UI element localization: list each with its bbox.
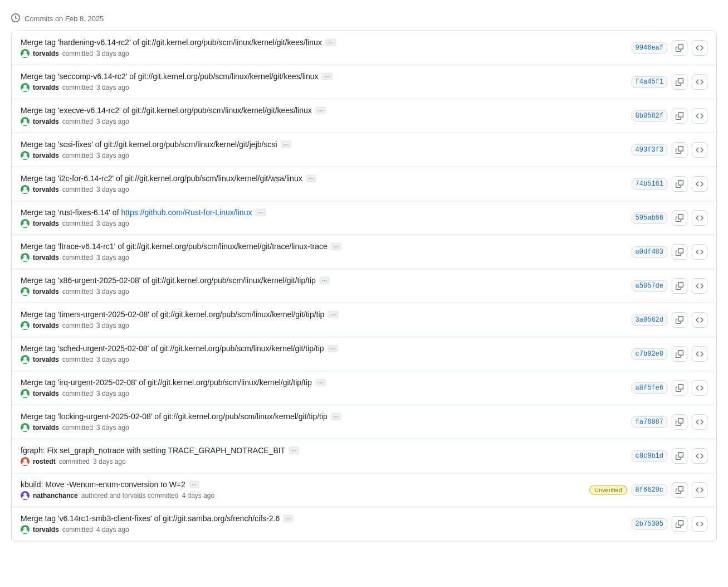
copy-sha-button[interactable] bbox=[672, 142, 687, 158]
commit-title-link[interactable]: kbuild: Move -Wenum-enum-conversion to W… bbox=[21, 480, 185, 489]
commit-author-link[interactable]: torvalds bbox=[33, 526, 59, 533]
commit-sha-link[interactable]: 9946eaf bbox=[632, 42, 667, 54]
commit-title-row: kbuild: Move -Wenum-enum-conversion to W… bbox=[21, 480, 580, 489]
copy-sha-button[interactable] bbox=[672, 210, 687, 226]
commit-title: Merge tag 'sched-urgent-2025-02-08' of g… bbox=[21, 344, 324, 353]
browse-files-button[interactable] bbox=[692, 380, 707, 396]
commit-title-link[interactable]: Merge tag 'irq-urgent-2025-02-08' of git… bbox=[21, 378, 312, 387]
commit-sha-link[interactable]: c7b92e8 bbox=[632, 348, 667, 360]
commit-sha-link[interactable]: 595ab66 bbox=[632, 212, 667, 224]
copy-sha-button[interactable] bbox=[672, 414, 687, 430]
commit-time: 3 days ago bbox=[96, 424, 129, 431]
commit-message-expand-button[interactable]: ··· bbox=[315, 106, 326, 114]
commit-sha-link[interactable]: a8f5fe6 bbox=[632, 382, 667, 394]
commit-sha-link[interactable]: 493f3f3 bbox=[632, 144, 667, 156]
commit-title-link[interactable]: Merge tag 'timers-urgent-2025-02-08' of … bbox=[21, 310, 324, 319]
copy-sha-button[interactable] bbox=[672, 40, 687, 56]
commit-author-link[interactable]: torvalds bbox=[33, 390, 59, 397]
commit-message-expand-button[interactable]: ··· bbox=[289, 447, 299, 454]
commit-meta-text: committed bbox=[59, 458, 90, 465]
commit-right: c7b92e8 bbox=[632, 346, 707, 362]
copy-sha-button[interactable] bbox=[672, 312, 687, 328]
commit-message-expand-button[interactable]: ··· bbox=[306, 174, 316, 182]
commit-sha-link[interactable]: a5057de bbox=[632, 280, 667, 292]
commit-message-expand-button[interactable]: ··· bbox=[325, 38, 336, 46]
commit-author-link[interactable]: torvalds bbox=[33, 220, 59, 227]
commit-title-link[interactable]: fgraph: Fix set_graph_notrace with setti… bbox=[21, 446, 285, 455]
browse-files-button[interactable] bbox=[692, 278, 707, 294]
commit-sha-link[interactable]: 8f6629c bbox=[632, 484, 667, 496]
commit-title-link[interactable]: Merge tag 'seccomp-v6.14-rc2' of git://g… bbox=[21, 72, 318, 81]
commit-author-link[interactable]: torvalds bbox=[33, 118, 59, 125]
browse-files-button[interactable] bbox=[692, 346, 707, 362]
copy-sha-button[interactable] bbox=[672, 244, 687, 260]
commit-message-expand-button[interactable]: ··· bbox=[189, 481, 199, 488]
commit-message-expand-button[interactable]: ··· bbox=[319, 276, 330, 284]
commit-avatar bbox=[21, 423, 30, 432]
commit-title-link[interactable]: Merge tag 'v6.14rc1-smb3-client-fixes' o… bbox=[21, 514, 280, 523]
commit-message-expand-button[interactable]: ··· bbox=[331, 413, 341, 420]
copy-sha-button[interactable] bbox=[672, 448, 687, 464]
commit-sha-link[interactable]: c8c9b1d bbox=[632, 450, 667, 462]
commit-sha-link[interactable]: f4a45f1 bbox=[632, 76, 667, 88]
commit-author-link[interactable]: torvalds bbox=[33, 288, 59, 295]
commit-author-link[interactable]: torvalds bbox=[33, 50, 59, 57]
commit-item: kbuild: Move -Wenum-enum-conversion to W… bbox=[12, 473, 716, 507]
browse-files-button[interactable] bbox=[692, 516, 707, 532]
commit-message-expand-button[interactable]: ··· bbox=[328, 311, 338, 318]
browse-files-button[interactable] bbox=[692, 142, 707, 158]
commit-author-link[interactable]: torvalds bbox=[33, 322, 59, 329]
browse-files-button[interactable] bbox=[692, 108, 707, 124]
commit-author-link[interactable]: torvalds bbox=[33, 356, 59, 363]
commit-author-link[interactable]: torvalds bbox=[33, 84, 59, 91]
copy-sha-button[interactable] bbox=[672, 176, 687, 192]
commit-title-link[interactable]: Merge tag 'hardening-v6.14-rc2' of git:/… bbox=[21, 38, 322, 47]
commit-message-expand-button[interactable]: ··· bbox=[328, 345, 338, 352]
copy-sha-button[interactable] bbox=[672, 516, 687, 532]
unverified-badge[interactable]: Unverified bbox=[589, 486, 627, 494]
commit-message-expand-button[interactable]: ··· bbox=[281, 140, 291, 148]
commit-title-link[interactable]: https://github.com/Rust-for-Linux/linux bbox=[121, 208, 252, 217]
browse-files-button[interactable] bbox=[692, 176, 707, 192]
browse-files-button[interactable] bbox=[692, 414, 707, 430]
commit-title-link[interactable]: Merge tag 'x86-urgent-2025-02-08' of git… bbox=[21, 276, 316, 285]
commit-sha-link[interactable]: fa76887 bbox=[632, 416, 667, 428]
commit-message-expand-button[interactable]: ··· bbox=[315, 379, 326, 386]
commit-message-expand-button[interactable]: ··· bbox=[331, 242, 341, 250]
commit-sha-link[interactable]: 74b5161 bbox=[632, 178, 667, 190]
copy-sha-button[interactable] bbox=[672, 482, 687, 498]
commit-author-link[interactable]: torvalds bbox=[33, 424, 59, 431]
browse-files-button[interactable] bbox=[692, 210, 707, 226]
commit-sha-link[interactable]: 3a0562d bbox=[632, 314, 667, 326]
copy-sha-button[interactable] bbox=[672, 108, 687, 124]
commit-title-link[interactable]: Merge tag 'sched-urgent-2025-02-08' of g… bbox=[21, 344, 324, 353]
commit-sha-link[interactable]: 2b75305 bbox=[632, 518, 667, 530]
copy-sha-button[interactable] bbox=[672, 74, 687, 90]
commit-author-link[interactable]: torvalds bbox=[33, 254, 59, 261]
commit-author-link[interactable]: torvalds bbox=[33, 152, 59, 159]
browse-files-button[interactable] bbox=[692, 482, 707, 498]
browse-files-button[interactable] bbox=[692, 40, 707, 56]
commit-message-expand-button[interactable]: ··· bbox=[283, 515, 294, 522]
commit-author-link[interactable]: nathanchance bbox=[33, 492, 78, 499]
browse-files-button[interactable] bbox=[692, 312, 707, 328]
commit-message-expand-button[interactable]: ··· bbox=[255, 208, 266, 216]
browse-files-button[interactable] bbox=[692, 244, 707, 260]
commit-author-link[interactable]: torvalds bbox=[33, 186, 59, 193]
commit-sha-link[interactable]: a0df483 bbox=[632, 246, 667, 258]
browse-files-button[interactable] bbox=[692, 74, 707, 90]
commit-title-link[interactable]: Merge tag 'execve-v6.14-rc2' of git://gi… bbox=[21, 106, 312, 115]
commit-sha-link[interactable]: 8b0582f bbox=[632, 110, 667, 122]
commit-message-expand-button[interactable]: ··· bbox=[321, 72, 332, 80]
commit-right: 493f3f3 bbox=[632, 142, 707, 158]
commit-title-link[interactable]: Merge tag 'locking-urgent-2025-02-08' of… bbox=[21, 412, 328, 421]
commit-title-link[interactable]: Merge tag 'i2c-for-6.14-rc2' of git://gi… bbox=[21, 174, 302, 183]
copy-sha-button[interactable] bbox=[672, 278, 687, 294]
copy-sha-button[interactable] bbox=[672, 380, 687, 396]
browse-files-button[interactable] bbox=[692, 448, 707, 464]
commit-item: Merge tag 'locking-urgent-2025-02-08' of… bbox=[12, 405, 716, 439]
copy-sha-button[interactable] bbox=[672, 346, 687, 362]
commit-title-link[interactable]: Merge tag 'ftrace-v6.14-rc1' of git://gi… bbox=[21, 242, 328, 251]
commit-title-link[interactable]: Merge tag 'scsi-fixes' of git://git.kern… bbox=[21, 140, 277, 149]
commit-author-link[interactable]: rostedt bbox=[33, 458, 56, 465]
